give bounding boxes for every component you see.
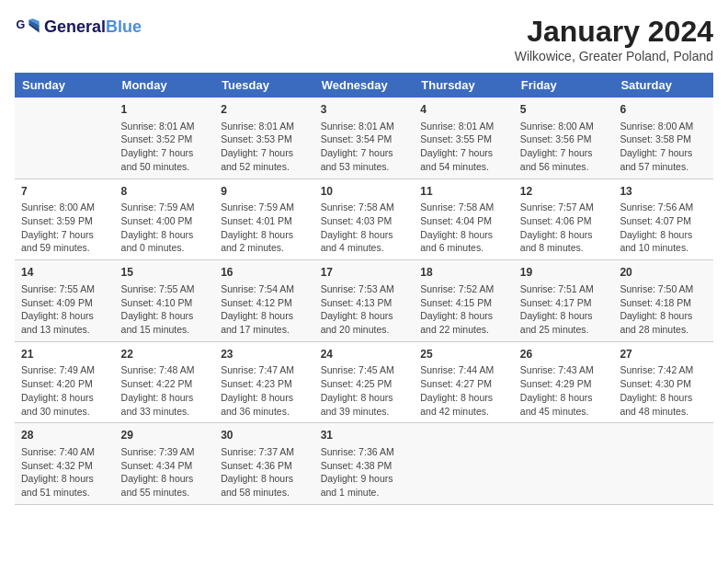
calendar-cell: 8Sunrise: 7:59 AMSunset: 4:00 PMDaylight… — [115, 178, 215, 260]
header-friday: Friday — [514, 73, 614, 98]
calendar-cell: 16Sunrise: 7:54 AMSunset: 4:12 PMDayligh… — [214, 260, 314, 342]
day-info: Sunrise: 7:36 AMSunset: 4:38 PMDaylight:… — [321, 445, 408, 500]
week-row-5: 28Sunrise: 7:40 AMSunset: 4:32 PMDayligh… — [15, 423, 713, 505]
svg-text:G: G — [16, 18, 25, 31]
calendar-cell: 25Sunrise: 7:44 AMSunset: 4:27 PMDayligh… — [414, 341, 514, 423]
day-number: 3 — [321, 102, 408, 118]
day-number: 5 — [520, 102, 608, 118]
calendar-cell: 1Sunrise: 8:01 AMSunset: 3:52 PMDaylight… — [115, 98, 215, 178]
day-info: Sunrise: 7:40 AMSunset: 4:32 PMDaylight:… — [21, 445, 108, 500]
calendar-cell: 18Sunrise: 7:52 AMSunset: 4:15 PMDayligh… — [414, 260, 514, 342]
day-number: 19 — [520, 265, 608, 281]
calendar-cell: 24Sunrise: 7:45 AMSunset: 4:25 PMDayligh… — [314, 341, 415, 423]
day-info: Sunrise: 7:54 AMSunset: 4:12 PMDaylight:… — [221, 282, 308, 337]
calendar-cell — [514, 423, 614, 505]
day-number: 1 — [121, 102, 209, 118]
day-info: Sunrise: 7:47 AMSunset: 4:23 PMDaylight:… — [221, 363, 308, 418]
header-saturday: Saturday — [613, 73, 713, 98]
day-number: 2 — [221, 102, 308, 118]
calendar-cell: 12Sunrise: 7:57 AMSunset: 4:06 PMDayligh… — [514, 178, 614, 260]
day-info: Sunrise: 8:00 AMSunset: 3:58 PMDaylight:… — [620, 120, 707, 174]
day-info: Sunrise: 7:44 AMSunset: 4:27 PMDaylight:… — [420, 363, 507, 418]
logo: G GeneralBlue — [15, 15, 142, 40]
day-info: Sunrise: 7:39 AMSunset: 4:34 PMDaylight:… — [121, 445, 209, 500]
day-info: Sunrise: 7:48 AMSunset: 4:22 PMDaylight:… — [121, 363, 209, 418]
day-number: 9 — [221, 184, 308, 200]
header-thursday: Thursday — [414, 73, 514, 98]
day-number: 15 — [121, 265, 209, 281]
week-row-1: 1Sunrise: 8:01 AMSunset: 3:52 PMDaylight… — [15, 98, 713, 178]
day-number: 14 — [21, 265, 108, 281]
page-header: G GeneralBlue January 2024 Wilkowice, Gr… — [15, 15, 713, 63]
calendar-cell: 26Sunrise: 7:43 AMSunset: 4:29 PMDayligh… — [514, 341, 614, 423]
day-number: 10 — [321, 184, 408, 200]
calendar-cell: 15Sunrise: 7:55 AMSunset: 4:10 PMDayligh… — [115, 260, 215, 342]
day-number: 26 — [520, 347, 608, 362]
week-row-3: 14Sunrise: 7:55 AMSunset: 4:09 PMDayligh… — [15, 260, 713, 342]
day-info: Sunrise: 7:53 AMSunset: 4:13 PMDaylight:… — [321, 282, 408, 337]
logo-icon: G — [15, 15, 40, 40]
header-monday: Monday — [115, 73, 215, 98]
calendar-cell: 23Sunrise: 7:47 AMSunset: 4:23 PMDayligh… — [214, 341, 314, 423]
day-number: 31 — [321, 428, 408, 443]
day-info: Sunrise: 7:42 AMSunset: 4:30 PMDaylight:… — [620, 363, 707, 418]
day-number: 16 — [221, 265, 308, 281]
day-info: Sunrise: 7:55 AMSunset: 4:09 PMDaylight:… — [21, 282, 108, 337]
month-year: January 2024 — [515, 15, 713, 49]
day-info: Sunrise: 8:01 AMSunset: 3:54 PMDaylight:… — [321, 120, 408, 174]
day-number: 27 — [620, 347, 707, 362]
calendar-cell: 31Sunrise: 7:36 AMSunset: 4:38 PMDayligh… — [314, 423, 415, 505]
calendar-table: SundayMondayTuesdayWednesdayThursdayFrid… — [15, 73, 713, 505]
logo-text: GeneralBlue — [44, 18, 142, 37]
calendar-cell: 29Sunrise: 7:39 AMSunset: 4:34 PMDayligh… — [115, 423, 215, 505]
day-info: Sunrise: 8:00 AMSunset: 3:56 PMDaylight:… — [520, 120, 608, 174]
day-number: 8 — [121, 184, 209, 200]
day-number: 13 — [620, 184, 707, 200]
calendar-cell: 28Sunrise: 7:40 AMSunset: 4:32 PMDayligh… — [15, 423, 115, 505]
day-info: Sunrise: 7:51 AMSunset: 4:17 PMDaylight:… — [520, 282, 608, 337]
day-info: Sunrise: 7:58 AMSunset: 4:03 PMDaylight:… — [321, 201, 408, 255]
calendar-cell: 17Sunrise: 7:53 AMSunset: 4:13 PMDayligh… — [314, 260, 415, 342]
calendar-cell — [414, 423, 514, 505]
calendar-cell: 5Sunrise: 8:00 AMSunset: 3:56 PMDaylight… — [514, 98, 614, 178]
calendar-cell: 13Sunrise: 7:56 AMSunset: 4:07 PMDayligh… — [613, 178, 713, 260]
day-number: 22 — [121, 347, 209, 362]
day-number: 18 — [420, 265, 507, 281]
day-info: Sunrise: 7:52 AMSunset: 4:15 PMDaylight:… — [420, 282, 507, 337]
day-number: 30 — [221, 428, 308, 443]
header-sunday: Sunday — [15, 73, 115, 98]
day-number: 25 — [420, 347, 507, 362]
header-wednesday: Wednesday — [314, 73, 415, 98]
day-number: 4 — [420, 102, 507, 118]
calendar-cell: 30Sunrise: 7:37 AMSunset: 4:36 PMDayligh… — [214, 423, 314, 505]
day-number: 7 — [21, 184, 108, 200]
day-info: Sunrise: 8:01 AMSunset: 3:55 PMDaylight:… — [420, 120, 507, 174]
day-info: Sunrise: 7:58 AMSunset: 4:04 PMDaylight:… — [420, 201, 507, 255]
day-number: 28 — [21, 428, 108, 443]
calendar-cell: 3Sunrise: 8:01 AMSunset: 3:54 PMDaylight… — [314, 98, 415, 178]
day-info: Sunrise: 7:56 AMSunset: 4:07 PMDaylight:… — [620, 201, 707, 255]
day-info: Sunrise: 7:45 AMSunset: 4:25 PMDaylight:… — [321, 363, 408, 418]
day-number: 29 — [121, 428, 209, 443]
day-info: Sunrise: 7:59 AMSunset: 4:00 PMDaylight:… — [121, 201, 209, 255]
calendar-cell: 19Sunrise: 7:51 AMSunset: 4:17 PMDayligh… — [514, 260, 614, 342]
calendar-cell: 21Sunrise: 7:49 AMSunset: 4:20 PMDayligh… — [15, 341, 115, 423]
day-info: Sunrise: 8:01 AMSunset: 3:52 PMDaylight:… — [121, 120, 209, 174]
header-tuesday: Tuesday — [214, 73, 314, 98]
calendar-cell: 14Sunrise: 7:55 AMSunset: 4:09 PMDayligh… — [15, 260, 115, 342]
day-info: Sunrise: 8:00 AMSunset: 3:59 PMDaylight:… — [21, 201, 108, 255]
day-info: Sunrise: 7:43 AMSunset: 4:29 PMDaylight:… — [520, 363, 608, 418]
day-info: Sunrise: 7:55 AMSunset: 4:10 PMDaylight:… — [121, 282, 209, 337]
week-row-2: 7Sunrise: 8:00 AMSunset: 3:59 PMDaylight… — [15, 178, 713, 260]
day-number: 12 — [520, 184, 608, 200]
day-info: Sunrise: 7:49 AMSunset: 4:20 PMDaylight:… — [21, 363, 108, 418]
calendar-cell — [15, 98, 115, 178]
calendar-cell: 11Sunrise: 7:58 AMSunset: 4:04 PMDayligh… — [414, 178, 514, 260]
calendar-cell: 10Sunrise: 7:58 AMSunset: 4:03 PMDayligh… — [314, 178, 415, 260]
calendar-cell: 20Sunrise: 7:50 AMSunset: 4:18 PMDayligh… — [613, 260, 713, 342]
day-number: 11 — [420, 184, 507, 200]
day-number: 21 — [21, 347, 108, 362]
calendar-cell: 4Sunrise: 8:01 AMSunset: 3:55 PMDaylight… — [414, 98, 514, 178]
title-block: January 2024 Wilkowice, Greater Poland, … — [515, 15, 713, 63]
calendar-cell: 2Sunrise: 8:01 AMSunset: 3:53 PMDaylight… — [214, 98, 314, 178]
